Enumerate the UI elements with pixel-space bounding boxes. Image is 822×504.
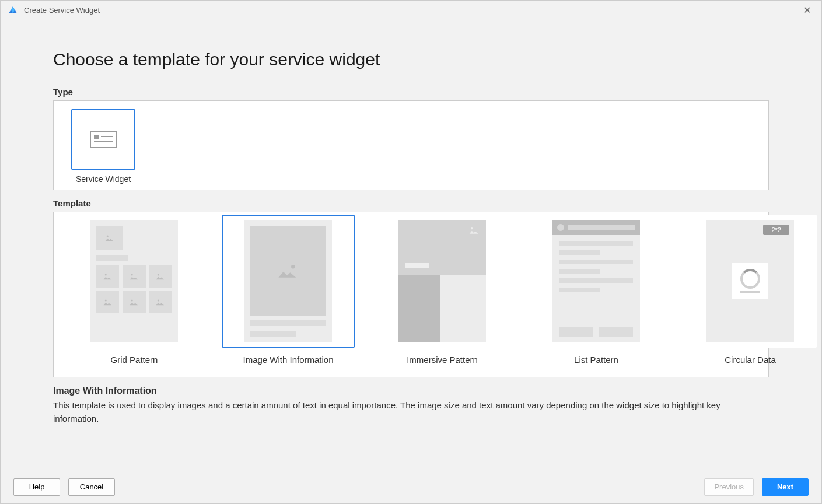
footer: Help Cancel Previous Next (1, 470, 821, 503)
svg-rect-1 (94, 135, 99, 139)
template-thumb-grid (68, 215, 201, 348)
help-button[interactable]: Help (13, 478, 60, 496)
svg-point-5 (104, 274, 106, 276)
svg-point-12 (471, 228, 473, 229)
template-box: Grid Pattern Image With Information (53, 212, 769, 377)
type-section-label: Type (53, 87, 769, 97)
type-card-label: Service Widget (76, 174, 131, 184)
svg-point-9 (131, 300, 133, 302)
template-card-immersive-pattern[interactable]: Immersive Pattern (376, 215, 509, 365)
template-label: Grid Pattern (111, 355, 158, 365)
cancel-button[interactable]: Cancel (68, 478, 115, 496)
template-card-circular-data[interactable]: 2*2 Circular Data (684, 215, 817, 365)
window-title: Create Service Widget (24, 6, 800, 15)
template-thumb-circular: 2*2 (684, 215, 817, 348)
svg-point-7 (158, 274, 159, 276)
next-button[interactable]: Next (762, 478, 809, 496)
template-description: Image With Information This template is … (53, 386, 769, 426)
template-label: Immersive Pattern (407, 355, 478, 365)
template-thumb-imginfo (222, 215, 355, 348)
template-scroll: Grid Pattern Image With Information (54, 212, 821, 377)
size-badge: 2*2 (763, 225, 789, 235)
template-thumb-list (530, 215, 663, 348)
template-card-list-pattern[interactable]: List Pattern (530, 215, 663, 365)
template-label: Image With Information (243, 355, 333, 365)
svg-point-4 (107, 236, 109, 237)
type-box: Service Widget (53, 100, 769, 190)
previous-button: Previous (704, 478, 754, 496)
main-content: Choose a template for your service widge… (1, 20, 821, 470)
template-card-grid-pattern[interactable]: Grid Pattern (68, 215, 201, 365)
page-heading: Choose a template for your service widge… (53, 50, 769, 69)
svg-rect-3 (94, 141, 113, 142)
svg-point-11 (291, 265, 295, 269)
close-icon[interactable]: ✕ (800, 5, 814, 16)
app-icon (8, 5, 18, 16)
type-card-service-widget[interactable]: Service Widget (65, 109, 141, 184)
template-label: List Pattern (574, 355, 618, 365)
template-section-label: Template (53, 198, 769, 208)
card-icon (90, 131, 117, 148)
type-thumb (71, 109, 135, 170)
template-thumb-immersive (376, 215, 509, 348)
svg-rect-0 (90, 131, 116, 148)
template-card-image-with-information[interactable]: Image With Information (222, 215, 355, 365)
titlebar: Create Service Widget ✕ (1, 1, 821, 20)
description-text: This template is used to display images … (53, 398, 753, 426)
svg-point-8 (104, 300, 106, 302)
description-title: Image With Information (53, 386, 769, 396)
svg-point-10 (158, 300, 159, 302)
svg-rect-2 (101, 136, 113, 137)
svg-point-6 (131, 274, 133, 276)
template-label: Circular Data (725, 355, 776, 365)
